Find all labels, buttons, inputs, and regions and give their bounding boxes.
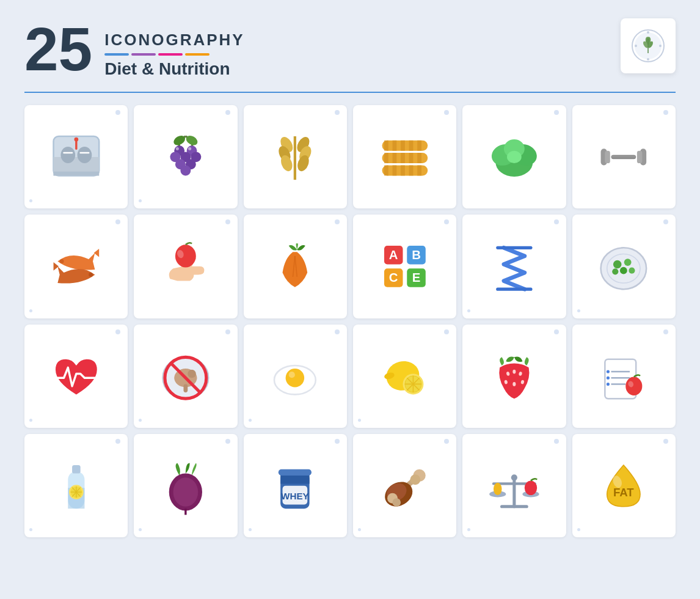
svg-point-8 [659,45,662,47]
svg-point-7 [635,45,637,47]
svg-point-29 [181,165,191,175]
svg-point-100 [286,369,305,388]
svg-point-152 [511,474,517,480]
number-display: 25 [24,18,92,79]
wheat-icon [244,105,347,208]
svg-rect-64 [605,150,610,163]
measuring-tape-icon [353,105,456,208]
svg-rect-53 [392,165,396,175]
corner-icon-card [621,18,676,73]
svg-rect-66 [637,150,642,163]
svg-point-111 [512,370,516,374]
svg-rect-44 [417,141,421,151]
svg-point-101 [289,372,295,378]
svg-point-120 [607,370,610,373]
lemon-water-icon [24,434,128,537]
header-divider [24,92,676,93]
svg-point-69 [89,273,93,277]
svg-rect-49 [409,153,413,163]
svg-point-114 [512,383,516,387]
egg-icon [244,325,347,428]
carrot-icon [244,215,347,318]
svg-point-19 [74,137,78,141]
svg-text:C: C [389,271,398,284]
svg-point-148 [392,498,401,507]
svg-rect-40 [384,141,388,151]
svg-point-95 [188,370,196,378]
svg-point-87 [613,260,622,269]
svg-point-10 [647,58,649,61]
svg-rect-13 [53,171,99,175]
grain-circle-icon [630,28,666,64]
diet-plan-icon [572,325,676,428]
heartbeat-icon [24,325,128,428]
weight-scale-icon [24,105,128,208]
svg-rect-47 [392,153,396,163]
svg-rect-43 [409,141,413,151]
svg-point-144 [410,474,420,485]
balance-icon [462,434,566,537]
fat-drop-icon: FAT [572,434,676,537]
iconography-label: ICONOGRAPHY [104,31,244,50]
title-block: ICONOGRAPHY Diet & Nutrition [104,18,244,79]
svg-rect-41 [392,141,396,151]
svg-rect-67 [611,156,636,158]
lemon-icon [353,325,456,428]
svg-point-31 [188,147,191,150]
color-bar [104,53,244,56]
svg-rect-56 [417,165,421,175]
diet-label: Diet & Nutrition [104,59,244,79]
salad-plate-icon [572,215,676,318]
svg-text:A: A [389,248,398,262]
svg-point-88 [624,259,632,266]
svg-text:E: E [412,271,421,284]
svg-point-89 [620,267,627,274]
svg-rect-96 [184,384,188,393]
svg-text:B: B [412,248,421,262]
svg-point-9 [647,31,649,34]
svg-rect-46 [384,153,388,163]
svg-point-135 [173,477,199,506]
svg-rect-139 [279,469,312,476]
svg-rect-48 [401,153,405,163]
healthy-food-hand-icon [134,215,237,318]
svg-point-158 [525,480,537,495]
svg-rect-42 [401,141,405,151]
svg-point-61 [507,150,522,163]
strawberry-icon [462,325,566,428]
vitamins-icon: A B C E [353,215,456,318]
whey-protein-icon: WHEY [244,434,347,537]
svg-point-15 [77,147,92,163]
svg-text:WHEY: WHEY [281,491,309,501]
beetroot-icon [134,434,237,537]
svg-point-90 [613,268,619,274]
svg-point-68 [60,259,64,263]
svg-text:FAT: FAT [613,486,634,499]
grapes-icon [134,105,237,208]
no-meat-icon [134,325,237,428]
svg-rect-55 [409,165,413,175]
svg-rect-54 [401,165,405,175]
svg-rect-50 [417,153,421,163]
svg-point-155 [494,483,502,495]
svg-point-121 [607,377,610,380]
svg-point-122 [607,383,610,386]
icon-grid: A B C E [24,105,676,537]
svg-point-123 [626,377,643,396]
svg-rect-126 [72,465,81,474]
dumbbell-icon [572,105,676,208]
svg-point-91 [629,268,635,274]
spring-icon [462,215,566,318]
lettuce-icon [462,105,566,208]
svg-point-14 [60,147,75,163]
page-header: 25 ICONOGRAPHY Diet & Nutrition [24,18,676,79]
svg-rect-52 [384,165,388,175]
fish-icon [24,215,128,318]
svg-point-30 [176,147,179,150]
meat-icon [353,434,456,537]
